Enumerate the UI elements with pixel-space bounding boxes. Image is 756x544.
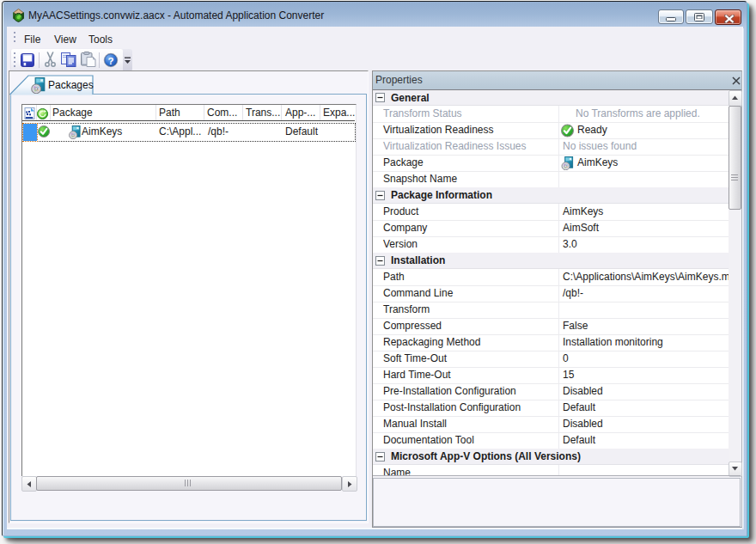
svg-text:?: ? [107,56,113,66]
